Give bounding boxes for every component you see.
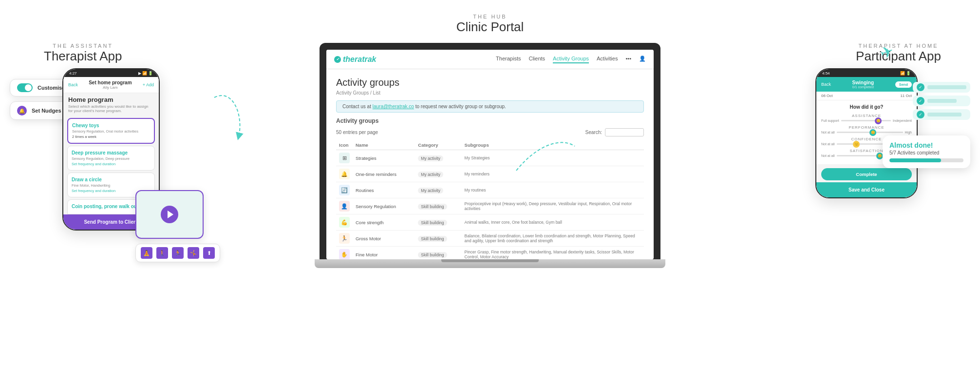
portal-nav: ✓ theratrak Therapists Clients Activity … — [326, 50, 654, 69]
check-icon-1: ✓ — [917, 97, 924, 105]
nav-user-icon[interactable]: 👤 — [639, 56, 646, 63]
col-name: Name — [353, 140, 415, 150]
phone-status-icons-left: ▶ 📶 🔋 — [138, 71, 153, 76]
hub-label-large: Clinic Portal — [456, 19, 524, 35]
phone-header-left: Back Set home program Ally Lam + Add — [63, 77, 159, 93]
activity-tags-2: Fine Motor, Handwriting — [72, 183, 151, 188]
nav-activity-groups[interactable]: Activity Groups — [553, 56, 589, 63]
row-name-5: Gross Motor — [353, 231, 415, 247]
satisfaction-left: Not at all — [821, 154, 835, 157]
progress-bar-fill — [889, 158, 941, 162]
check-card-1: ✓ — [913, 96, 970, 106]
check-line-0 — [927, 85, 966, 89]
row-name-4: Core strength — [353, 214, 415, 231]
table-row-5[interactable]: 🏃 Gross Motor Skill building Balance, Bi… — [336, 231, 644, 247]
row-category-5: Skill building — [415, 231, 461, 247]
portal-section-title: Activity groups — [336, 117, 644, 124]
activity-card-0[interactable]: Chewy toys Sensory Regulation, Oral moto… — [67, 118, 155, 144]
row-category-3: Skill building — [415, 198, 461, 214]
customise-toggle[interactable] — [17, 83, 33, 92]
activity-title-0: Chewy toys — [72, 123, 150, 128]
activity-groups-table: Icon Name Category Subgroups ⊞ Strategie… — [336, 140, 644, 259]
activity-tags-1: Sensory Regulation, Deep pressure — [72, 156, 151, 161]
toolbar-search: Search: — [585, 128, 644, 136]
assistance-track[interactable]: 😊 — [841, 120, 891, 121]
check-cards: ✓ ✓ ✓ — [913, 82, 970, 120]
phone-time-right: 4:54 — [822, 71, 830, 76]
nav-therapists[interactable]: Therapists — [496, 56, 521, 63]
bell-icon: 🔔 — [17, 106, 27, 116]
row-icon-5: 🏃 — [336, 231, 353, 247]
check-card-0: ✓ — [913, 82, 970, 93]
laptop-base — [315, 259, 665, 268]
home-program-title: Home program — [63, 93, 159, 104]
table-row-4[interactable]: 💪 Core strength Skill building Animal wa… — [336, 214, 644, 231]
performance-right: High — [905, 131, 912, 134]
performance-track[interactable]: 😊 — [837, 132, 903, 133]
almost-done-subtitle: 5/7 Activites completed — [889, 150, 963, 155]
assistance-slider-section: ASSISTANCE Full support 😊 Independent — [821, 114, 912, 122]
hub-label-small: THE HUB — [456, 14, 524, 19]
check-icon-2: ✓ — [917, 111, 924, 118]
col-subgroups: Subgroups — [462, 140, 644, 150]
activity-icon-1: 🚶 — [156, 247, 168, 259]
table-row-3[interactable]: 👤 Sensory Regulation Skill building Prop… — [336, 198, 644, 214]
portal-toolbar: 50 entries per page Search: — [336, 128, 644, 136]
send-button-right[interactable]: Send — [895, 81, 912, 88]
add-button-left[interactable]: + Add — [143, 82, 154, 87]
complete-button[interactable]: Complete — [821, 168, 912, 180]
date-from: 06 Oct — [821, 94, 833, 98]
swinging-subtitle: 0/1 completed — [852, 85, 874, 89]
date-range: 06 Oct 11 Oct — [816, 92, 917, 100]
activity-title-2: Draw a circle — [72, 177, 151, 182]
assistance-right: Independent — [893, 119, 912, 122]
how-title: How did it go? — [821, 104, 912, 110]
back-button-left[interactable]: Back — [68, 82, 78, 87]
row-subgroups-3: Proprioceptive input (Heavy work), Deep … — [462, 198, 644, 214]
table-row-0[interactable]: ⊞ Strategies My activity My Strategies — [336, 150, 644, 166]
performance-row: Not at all 😊 High — [821, 131, 912, 134]
table-row-1[interactable]: 🔔 One-time reminders My activity My remi… — [336, 166, 644, 182]
confidence-left: Not at all — [821, 142, 835, 146]
row-icon-2: 🔄 — [336, 182, 353, 198]
performance-label: PERFORMANCE — [821, 125, 912, 130]
row-category-4: Skill building — [415, 214, 461, 231]
video-card[interactable] — [135, 190, 204, 239]
logo-text: theratrak — [343, 55, 376, 64]
performance-slider-section: PERFORMANCE Not at all 😊 High — [821, 125, 912, 134]
row-subgroups-4: Animal walks, Inner core, One foot balan… — [462, 214, 644, 231]
phone-status-right: 📶 🔋 — [900, 71, 911, 76]
nav-clients[interactable]: Clients — [528, 56, 545, 63]
activity-freq-link-1[interactable]: Set frequency and duration — [72, 162, 151, 166]
search-label: Search: — [585, 130, 602, 135]
activity-card-1[interactable]: Deep pressure massage Sensory Regulation… — [67, 146, 155, 171]
row-name-0: Strategies — [353, 150, 415, 166]
col-category: Category — [415, 140, 461, 150]
row-name-3: Sensory Regulation — [353, 198, 415, 214]
table-row-2[interactable]: 🔄 Routines My activity My routines — [336, 182, 644, 198]
save-close-button[interactable]: Save and Close — [816, 182, 917, 197]
row-subgroups-2: My routines — [462, 182, 644, 198]
nav-activities[interactable]: Activities — [597, 56, 618, 63]
almost-done-title: Almost done! — [889, 141, 963, 149]
phone-title-left: Set home program — [89, 80, 132, 85]
customise-label: Customise — [38, 85, 65, 91]
row-subgroups-0: My Strategies — [462, 150, 644, 166]
row-subgroups-5: Balance, Bilateral coordination, Lower l… — [462, 231, 644, 247]
table-row-6[interactable]: ✋ Fine Motor Skill building Pincer Grasp… — [336, 247, 644, 260]
portal-alert: Contact us at laura@theratrak.co to requ… — [336, 100, 644, 113]
search-input[interactable] — [605, 128, 644, 136]
back-button-right[interactable]: Back — [821, 82, 831, 87]
laptop-screen: ✓ theratrak Therapists Clients Activity … — [326, 50, 654, 259]
portal-logo: ✓ theratrak — [334, 55, 376, 64]
row-name-6: Fine Motor — [353, 247, 415, 260]
row-icon-4: 💪 — [336, 214, 353, 231]
row-icon-3: 👤 — [336, 198, 353, 214]
nudges-label: Set Nudges — [32, 108, 61, 114]
assistant-section-label: THE ASSISTANT Therapist App — [44, 43, 122, 64]
play-button[interactable] — [161, 206, 178, 223]
play-icon — [168, 211, 173, 218]
portal-alert-link[interactable]: laura@theratrak.co — [373, 104, 414, 109]
progress-bar — [889, 158, 963, 162]
phone-time-left: 4:27 — [69, 71, 77, 76]
